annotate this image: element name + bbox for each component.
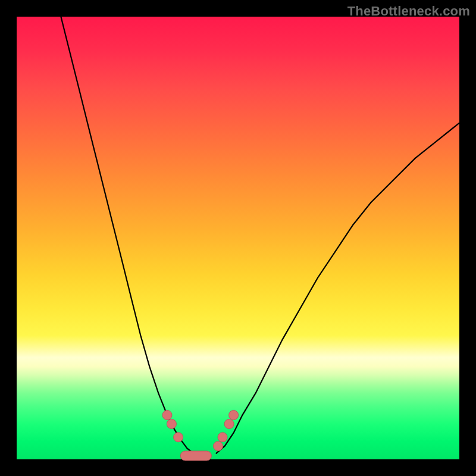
floor-bar [180,451,211,461]
left-curve [61,17,193,453]
marker-dot [167,419,176,429]
marker-dot [174,433,183,442]
marker-dot [218,433,227,442]
right-curve [216,123,459,454]
marker-dot [214,441,223,451]
curve-markers [162,411,239,461]
chart-frame: TheBottleneck.com [0,0,476,476]
curve-layer [17,17,459,459]
marker-dot [229,411,239,420]
plot-area [17,17,459,459]
marker-dot [162,411,172,420]
marker-dot [224,419,234,429]
